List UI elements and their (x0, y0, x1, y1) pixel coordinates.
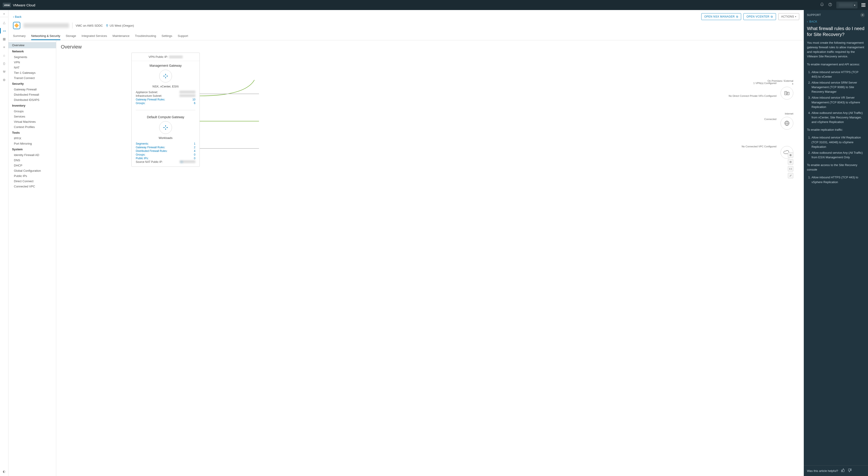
gateway-icon (159, 70, 172, 83)
rail-item-2[interactable]: ▭ (0, 28, 8, 33)
internet-label: Internet (785, 112, 793, 115)
kv-row: Groups:6 (136, 101, 195, 105)
zoom-out-button[interactable]: ⊖ (788, 159, 793, 165)
kv-value[interactable]: 1 (194, 142, 195, 145)
sidenav-item-groups[interactable]: Groups (8, 108, 56, 114)
thumbs-down-icon[interactable] (848, 468, 852, 473)
gateway-card: VPN Public IP: Management Gateway NSX, v… (131, 53, 200, 167)
sidenav-item-distributed-firewall[interactable]: Distributed Firewall (8, 92, 56, 97)
thumbs-up-icon[interactable] (841, 468, 845, 473)
sidenav-item-direct-connect[interactable]: Direct Connect (8, 179, 56, 184)
sidenav-item-connected-vpc[interactable]: Connected VPC (8, 184, 56, 189)
kv-row: Public IPs:0 (136, 156, 195, 160)
sidenav-item-identity-firewall-ad[interactable]: Identity Firewall AD (8, 152, 56, 158)
sidenav-item-public-ips[interactable]: Public IPs (8, 173, 56, 179)
close-icon[interactable]: ✕ (860, 13, 865, 17)
zoom-controls: ⊕ ⊖ 1:1 ⤢ (788, 152, 793, 178)
gateway-icon (159, 121, 172, 134)
kv-value[interactable]: 10 (192, 98, 195, 101)
info-icon[interactable]: ⓘ (180, 161, 183, 163)
open-nsx-button[interactable]: OPEN NSX MANAGER⧉ (701, 13, 741, 20)
kv-row: Infrastructure Subnet: (136, 94, 195, 98)
support-list-item: Allow inbound service HTTPS (TCP 443) to… (811, 70, 865, 79)
vpc-edge-label: No Connected VPC Configured (742, 145, 776, 148)
kv-key[interactable]: Distributed Firewall Rules: (136, 150, 167, 153)
rail-item-6[interactable]: ⟨⟩ (0, 61, 8, 66)
kv-value[interactable]: 6 (194, 102, 195, 105)
sidenav-item-port-mirroring[interactable]: Port Mirroring (8, 141, 56, 146)
kv-value[interactable]: 0 (194, 153, 195, 156)
kv-row: Gateway Firewall Rules:2 (136, 146, 195, 149)
compute-gw-title: Default Compute Gateway (136, 115, 195, 119)
sidenav-group-system: System (8, 146, 56, 152)
tab-storage[interactable]: Storage (66, 32, 76, 40)
sidenav-item-global-configuration[interactable]: Global Configuration (8, 168, 56, 173)
sidenav-item-distributed-ids-ips[interactable]: Distributed IDS/IPS (8, 97, 56, 102)
dark-mode-icon[interactable]: ◐ (3, 470, 5, 473)
support-title: What firewall rules do I need for Site R… (804, 26, 868, 40)
kv-value[interactable]: 0 (194, 157, 195, 160)
support-list-item: Allow outbound service Any (All Traffic)… (811, 151, 865, 160)
kv-key[interactable]: Gateway Firewall Rules: (136, 146, 165, 149)
sidenav-item-gateway-firewall[interactable]: Gateway Firewall (8, 87, 56, 92)
support-back-link[interactable]: ‹BACK (804, 20, 868, 26)
tab-settings[interactable]: Settings (161, 32, 172, 40)
sidenav-item-context-profiles[interactable]: Context Profiles (8, 124, 56, 130)
sidenav-item-dhcp[interactable]: DHCP (8, 163, 56, 168)
sidenav-item-tier-gateways[interactable]: Tier-1 Gateways (8, 70, 56, 75)
back-link[interactable]: ‹Back (13, 15, 22, 19)
kv-key: Infrastructure Subnet: (136, 94, 162, 97)
sddc-region: US West (Oregon) (110, 24, 134, 27)
tab-summary[interactable]: Summary (13, 32, 26, 40)
kv-key[interactable]: Groups: (136, 102, 146, 105)
zoom-reset-button[interactable]: ⤢ (788, 173, 793, 178)
tab-maintenance[interactable]: Maintenance (113, 32, 129, 40)
tab-troubleshooting[interactable]: Troubleshooting (135, 32, 156, 40)
kv-value[interactable]: 2 (194, 146, 195, 149)
left-rail: » △ ▭ ▦ ≡ ⌂ ⟨⟩ ⚒ ⚙ ◐ (0, 10, 8, 476)
top-bar: vmw VMware Cloud ▾ (0, 0, 868, 10)
sidenav-item-dns[interactable]: DNS (8, 158, 56, 163)
apps-icon[interactable] (862, 3, 865, 7)
zoom-fit-button[interactable]: 1:1 (788, 166, 793, 171)
rail-item-8[interactable]: ⚙ (0, 77, 8, 83)
rail-item-1[interactable]: △ (0, 20, 8, 25)
zoom-in-button[interactable]: ⊕ (788, 152, 793, 158)
help-icon[interactable] (828, 2, 832, 8)
sidenav-group-network: Network (8, 48, 56, 55)
sidenav-item-vpn[interactable]: VPN (8, 60, 56, 65)
kv-row: Gateway Firewall Rules:10 (136, 98, 195, 101)
sidenav-item-ipfix[interactable]: IPFIX (8, 136, 56, 141)
rail-item-7[interactable]: ⚒ (0, 69, 8, 74)
vpn-ip-label: VPN Public IP: (149, 55, 168, 59)
kv-key[interactable]: Groups: (136, 153, 146, 156)
kv-value[interactable]: 4 (194, 150, 195, 153)
kv-key[interactable]: Segments: (136, 142, 149, 145)
bell-icon[interactable] (820, 2, 824, 8)
sidenav-item-nat[interactable]: NAT (8, 65, 56, 70)
support-list-item: Allow inbound HTTPS (TCP 443) to vSphere… (811, 175, 865, 184)
open-vcenter-button[interactable]: OPEN VCENTER⧉ (743, 13, 776, 20)
kv-key[interactable]: Gateway Firewall Rules: (136, 98, 165, 101)
rail-item-3[interactable]: ▦ (0, 36, 8, 42)
kv-key: Appliance Subnet: (136, 91, 158, 94)
support-list-item: Allow inbound service VM Replication (TC… (811, 135, 865, 149)
sidenav-item-virtual-machines[interactable]: Virtual Machines (8, 119, 56, 124)
user-menu[interactable]: ▾ (836, 2, 858, 8)
sidenav-item-segments[interactable]: Segments (8, 55, 56, 60)
rail-collapse-icon[interactable]: » (0, 12, 8, 17)
sddc-name (24, 23, 69, 28)
tab-support[interactable]: Support (178, 32, 188, 40)
rail-item-5[interactable]: ⌂ (0, 53, 8, 58)
sidenav-item-transit-connect[interactable]: Transit Connect (8, 75, 56, 81)
tab-networking-security[interactable]: Networking & Security (31, 32, 60, 40)
rail-item-4[interactable]: ≡ (0, 44, 8, 50)
kv-key[interactable]: Public IPs: (136, 157, 149, 160)
actions-button[interactable]: ACTIONS▾ (778, 13, 799, 20)
sidenav-overview[interactable]: Overview (8, 42, 56, 48)
tab-integrated-services[interactable]: Integrated Services (82, 32, 107, 40)
sidenav-item-services[interactable]: Services (8, 114, 56, 119)
kv-row: Appliance Subnet: (136, 90, 195, 94)
tabs: SummaryNetworking & SecurityStorageInteg… (8, 31, 804, 40)
kv-row: Distributed Firewall Rules:4 (136, 149, 195, 153)
